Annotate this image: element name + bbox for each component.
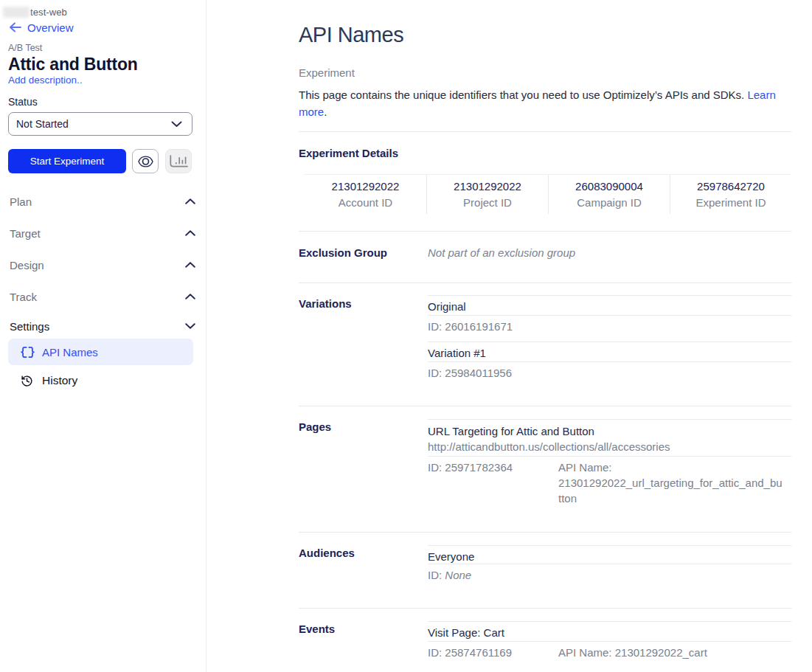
variations-label: Variations	[299, 297, 428, 310]
intro-paragraph: This page contains the unique identifier…	[299, 86, 777, 120]
preview-button[interactable]	[132, 149, 159, 173]
id-prefix: ID:	[428, 367, 442, 379]
action-buttons: Start Experiment	[8, 149, 198, 173]
pages-label: Pages	[299, 420, 428, 433]
id-value: 25874761169	[445, 646, 512, 659]
sidebar: test-web Overview A/B Test Attic and But…	[0, 0, 207, 672]
project-name: test-web	[30, 7, 67, 18]
variation-name: Original	[428, 295, 791, 315]
account-id-label: Account ID	[305, 196, 426, 209]
nav-item-track[interactable]: Track	[8, 281, 198, 313]
back-label[interactable]: Overview	[27, 21, 74, 34]
audience-name: Everyone	[428, 545, 791, 564]
details-cell-project-id: 21301292022 Project ID	[426, 175, 548, 214]
section-events: Events Visit Page: Cart ID: 25874761169 …	[299, 608, 791, 672]
bar-chart-icon	[170, 155, 188, 167]
variation-name: Variation #1	[428, 342, 791, 361]
status-select[interactable]: Not Started	[8, 112, 192, 136]
page-subtitle: Experiment	[299, 66, 791, 79]
section-exclusion-group: Exclusion Group Not part of an exclusion…	[299, 231, 791, 283]
section-variations: Variations Original ID: 26016191671 Vari…	[299, 283, 791, 406]
chevron-down-icon	[185, 323, 195, 329]
page-item: URL Targeting for Attic and Button http:…	[428, 419, 791, 456]
redacted-project-prefix	[3, 7, 30, 18]
nav-label-plan: Plan	[10, 195, 32, 208]
id-prefix: ID:	[428, 461, 442, 474]
audience-id: ID: None	[428, 564, 791, 582]
intro-text: This page contains the unique identifier…	[299, 89, 744, 101]
sidebar-item-history-label: History	[42, 374, 77, 387]
id-prefix: ID:	[428, 646, 442, 659]
campaign-id-label: Campaign ID	[549, 196, 670, 209]
event-api-name: API Name: 21301292022_cart	[558, 645, 784, 660]
api-prefix: API Name:	[558, 461, 612, 474]
details-cell-account-id: 21301292022 Account ID	[305, 175, 426, 214]
variation-id: ID: 25984011956	[428, 361, 791, 381]
event-name: Visit Page: Cart	[428, 621, 791, 641]
event-id: ID: 25874761169	[428, 645, 558, 660]
variation-id: ID: 26016191671	[428, 315, 791, 335]
experiment-details-table: 21301292022 Account ID 21301292022 Proje…	[305, 174, 791, 214]
status-label: Status	[8, 96, 198, 108]
divider	[299, 131, 791, 132]
page-id-api-row: ID: 25971782364 API Name: 21301292022_ur…	[428, 456, 791, 506]
project-id-label: Project ID	[427, 196, 548, 209]
sidebar-item-history[interactable]: History	[8, 367, 193, 394]
api-prefix: API Name:	[558, 646, 612, 659]
chevron-down-icon	[171, 121, 182, 128]
chevron-up-icon	[185, 198, 195, 204]
variation-item: Original ID: 26016191671	[428, 295, 791, 335]
sidebar-item-api-names[interactable]: API Names	[8, 339, 193, 365]
nav-label-track: Track	[10, 291, 37, 303]
page-url: http://atticandbutton.us/collections/all…	[428, 439, 791, 454]
experiment-name: Attic and Button	[8, 55, 198, 75]
account-id-value: 21301292022	[305, 180, 426, 193]
experiment-id-label: Experiment ID	[670, 196, 791, 209]
intro-period: .	[324, 105, 327, 118]
nav-item-plan[interactable]: Plan	[8, 186, 198, 218]
nav-item-target[interactable]: Target	[8, 218, 198, 249]
exclusion-group-value: Not part of an exclusion group	[428, 246, 575, 259]
page-id: ID: 25971782364	[428, 460, 558, 506]
id-value: 26016191671	[445, 320, 513, 333]
event-id-api-row: ID: 25874761169 API Name: 21301292022_ca…	[428, 641, 791, 660]
id-value: 25984011956	[445, 367, 512, 379]
sidebar-item-api-names-label: API Names	[42, 346, 98, 358]
chevron-up-icon	[185, 294, 195, 299]
chevron-up-icon	[185, 230, 195, 236]
experiment-id-value: 25978642720	[670, 180, 791, 193]
app-root: test-web Overview A/B Test Attic and But…	[0, 0, 812, 672]
experiment-type: A/B Test	[8, 43, 198, 53]
eye-icon	[138, 156, 153, 167]
section-audiences: Audiences Everyone ID: None	[299, 532, 791, 608]
id-value-none: None	[445, 569, 471, 581]
nav-label-design: Design	[10, 259, 44, 271]
back-to-overview-link[interactable]: Overview	[8, 21, 198, 34]
chevron-up-icon	[185, 262, 195, 268]
page-api-name: API Name: 21301292022_url_targeting_for_…	[558, 460, 784, 506]
nav-item-settings[interactable]: Settings	[8, 313, 198, 340]
code-braces-icon	[21, 347, 35, 358]
id-value: 25971782364	[445, 461, 513, 474]
start-experiment-button[interactable]: Start Experiment	[8, 149, 126, 173]
project-id-value: 21301292022	[427, 180, 548, 193]
project-row: test-web	[3, 6, 198, 18]
audiences-label: Audiences	[299, 547, 428, 559]
variation-item: Variation #1 ID: 25984011956	[428, 342, 791, 381]
api-value: 21301292022_cart	[615, 646, 707, 659]
campaign-id-value: 26083090004	[549, 180, 670, 193]
status-value: Not Started	[16, 118, 69, 130]
sidebar-nav: Plan Target Design Track Settings	[8, 186, 198, 395]
experiment-details-heading: Experiment Details	[299, 147, 791, 159]
results-button[interactable]	[165, 149, 192, 173]
nav-item-design[interactable]: Design	[8, 249, 198, 281]
add-description-link[interactable]: Add description..	[8, 75, 198, 86]
id-prefix: ID:	[428, 320, 442, 333]
nav-label-target: Target	[10, 227, 41, 240]
history-icon	[21, 375, 33, 387]
page-title: API Names	[299, 22, 791, 48]
details-cell-campaign-id: 26083090004 Campaign ID	[548, 175, 670, 214]
api-value: 21301292022_url_targeting_for_attic_and_…	[558, 477, 782, 505]
main-content: API Names Experiment This page contains …	[207, 0, 812, 672]
nav-label-settings: Settings	[10, 320, 49, 333]
